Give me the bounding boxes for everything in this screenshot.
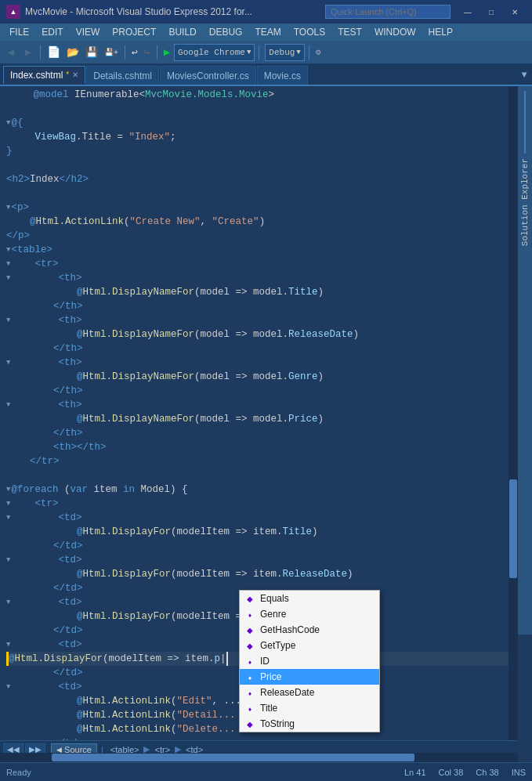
minimize-button[interactable]: — [457,4,479,20]
code-line-26: <th></th> [6,440,518,454]
menu-window[interactable]: WINDOW [368,25,422,39]
ac-label-gettype: GetType [260,640,295,651]
horizontal-scrollbar[interactable] [0,753,518,762]
source-left-arrow-icon: ◀ [56,746,62,754]
ac-item-title[interactable]: ⬧ Title [240,700,379,716]
status-ch: Ch 38 [476,768,498,777]
ac-label-equals: Equals [260,593,289,604]
ac-item-gethashcode[interactable]: ◆ GetHashCode [240,622,379,638]
undo-button[interactable]: ↩ [129,43,140,62]
tab-details-label: Details.cshtml [93,71,152,81]
tab-moviescontroller-label: MoviesController.cs [167,71,249,81]
code-line-1: @model IEnumerable<MvcMovie.Models.Movie… [6,88,518,102]
menu-tools[interactable]: TOOLS [288,25,331,39]
code-line-4: ViewBag.Title = "Index"; [6,130,518,144]
new-project-button[interactable]: 📄 [45,43,63,62]
menu-project[interactable]: PROJECT [106,25,162,39]
menu-help[interactable]: HELP [422,25,459,39]
tab-modified-indicator: * [66,71,69,79]
code-line-23: ▼ <th> [6,398,518,412]
vscroll-thumb[interactable] [509,479,517,578]
ac-item-tostring[interactable]: ◆ ToString [240,716,379,732]
menubar: FILE EDIT VIEW PROJECT BUILD DEBUG TEAM … [0,24,532,41]
tab-index-cshtml[interactable]: Index.cshtml * ✕ [3,66,85,85]
toolbar-separator-5 [309,45,309,60]
toolbar-separator-4 [259,45,259,60]
ac-label-genre: Genre [260,609,286,620]
status-info: Ln 41 Col 38 Ch 38 INS [404,768,526,777]
menu-view[interactable]: VIEW [70,25,107,39]
solution-explorer-label[interactable]: Solution Explorer [520,158,530,246]
ac-label-price: Price [260,671,281,682]
code-line-9: ▼ <p> [6,201,518,215]
status-col: Col 38 [439,768,464,777]
run-target-dropdown-icon: ▼ [247,49,251,56]
code-line-11: </p> [6,229,518,243]
code-line-18: @Html.DisplayNameFor(model => model.Rele… [6,327,518,342]
autocomplete-popup: ◆ Equals ⬧ Genre ◆ GetHashCode ◆ GetType… [239,590,380,732]
ac-item-gettype[interactable]: ◆ GetType [240,638,379,653]
tab-close-icon[interactable]: ✕ [72,71,78,79]
redo-button[interactable]: ↪ [142,43,153,62]
menu-build[interactable]: BUILD [162,25,202,39]
ac-item-genre[interactable]: ⬧ Genre [240,606,379,622]
quick-launch-input[interactable] [325,5,451,19]
maximize-button[interactable]: □ [480,4,502,20]
ac-item-price[interactable]: ⬧ Price [240,669,379,685]
open-button[interactable]: 📂 [64,43,81,62]
menu-edit[interactable]: EDIT [35,25,69,39]
ac-label-releasedate: ReleaseDate [260,687,314,698]
code-editor[interactable]: @model IEnumerable<MvcMovie.Models.Movie… [0,86,518,742]
menu-debug[interactable]: DEBUG [203,25,249,39]
config-dropdown[interactable]: Debug ▼ [265,44,304,61]
code-line-17: ▼ <th> [6,313,518,327]
ac-item-id[interactable]: ⬧ ID [240,653,379,669]
status-ins: INS [512,768,526,777]
tab-index-label: Index.cshtml [10,70,63,81]
code-line-28 [6,468,518,483]
code-line-27: </tr> [6,454,518,468]
app-title: MvcMovie - Microsoft Visual Studio Expre… [25,6,325,17]
ac-item-releasedate[interactable]: ⬧ ReleaseDate [240,685,379,700]
menu-test[interactable]: TEST [331,25,368,39]
ac-item-equals[interactable]: ◆ Equals [240,591,379,606]
menu-file[interactable]: FILE [3,25,35,39]
tab-movie-label: Movie.cs [264,71,301,81]
tab-details-cshtml[interactable]: Details.cshtml [86,66,159,85]
property-icon-2: ⬧ [244,656,255,667]
window-controls: — □ ✕ [457,4,526,20]
save-all-button[interactable]: 💾+ [102,43,121,62]
code-line-8 [6,186,518,201]
code-line-24: @Html.DisplayNameFor(model => model.Pric… [6,412,518,426]
tabs-scroll-button[interactable]: ▼ [516,66,532,85]
tab-moviescontroller[interactable]: MoviesController.cs [160,66,256,85]
toolbar-separator-3 [157,45,157,60]
code-line-6 [6,158,518,172]
run-button[interactable]: ▶ [161,43,172,62]
run-target-dropdown[interactable]: Google Chrome ▼ [174,44,255,61]
property-icon: ⬧ [244,609,255,620]
solution-explorer-panel[interactable]: Solution Explorer [518,86,532,635]
nav-back-button[interactable]: ◀ [3,45,19,60]
nav-forward-button[interactable]: ▶ [20,45,36,60]
menu-team[interactable]: TEAM [248,25,287,39]
close-button[interactable]: ✕ [504,4,526,20]
method-icon: ◆ [244,593,255,604]
code-line-31: ▼ <td> [6,511,518,525]
config-label: Debug [269,48,295,57]
status-ln: Ln 41 [404,768,426,777]
toolbar-separator-2 [125,45,125,60]
editor-tabs: Index.cshtml * ✕ Details.cshtml MoviesCo… [0,64,532,86]
tab-movie-cs[interactable]: Movie.cs [257,66,308,85]
ac-label-title: Title [260,703,277,714]
code-line-10: @Html.ActionLink("Create New", "Create") [6,215,518,229]
vertical-scrollbar[interactable] [508,86,518,742]
save-button[interactable]: 💾 [83,43,100,62]
code-line-21: @Html.DisplayNameFor(model => model.Genr… [6,370,518,384]
attach-debugger-button[interactable]: ⚙ [313,43,324,62]
ac-label-tostring: ToString [260,718,295,729]
hscroll-thumb[interactable] [52,754,414,761]
code-line-22: </th> [6,384,518,398]
method-icon-3: ◆ [244,640,255,651]
code-line-34: ▼ <td> [6,553,518,567]
